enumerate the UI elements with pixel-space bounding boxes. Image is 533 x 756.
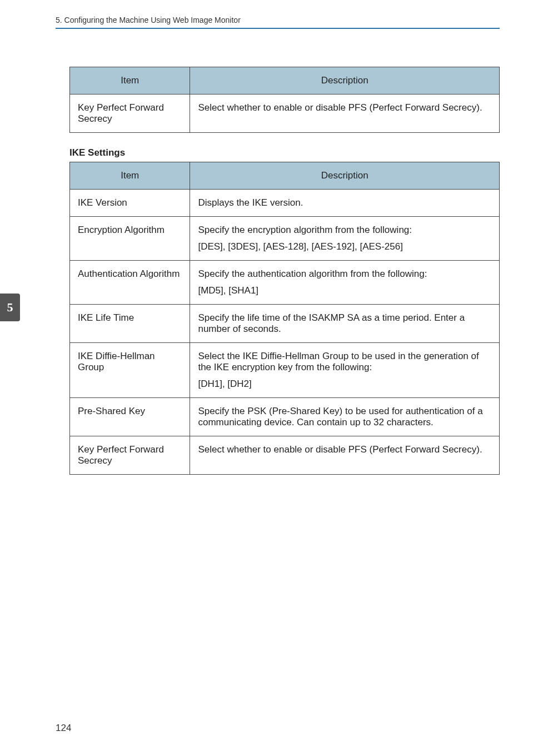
desc-line: Specify the PSK (Pre-Shared Key) to be u… <box>198 406 491 428</box>
table-row: Key Perfect Forward Secrecy Select wheth… <box>70 436 500 475</box>
cell-item: IKE Life Time <box>70 305 190 343</box>
cell-item: Pre-Shared Key <box>70 398 190 436</box>
cell-item: Authentication Algorithm <box>70 261 190 305</box>
desc-line: Select whether to enable or disable PFS … <box>198 444 491 455</box>
table-1-header-item: Item <box>70 67 190 94</box>
cell-desc: Specify the PSK (Pre-Shared Key) to be u… <box>190 398 500 436</box>
table-row: IKE Version Displays the IKE version. <box>70 190 500 217</box>
cell-item: IKE Diffie-Hellman Group <box>70 343 190 398</box>
table-2-header-item: Item <box>70 162 190 190</box>
cell-desc: Select whether to enable or disable PFS … <box>190 436 500 475</box>
cell-item: Key Perfect Forward Secrecy <box>70 94 190 133</box>
desc-line: Specify the authentication algorithm fro… <box>198 268 491 280</box>
table-2-header-desc: Description <box>190 162 500 190</box>
table-row: IKE Life Time Specify the life time of t… <box>70 305 500 343</box>
table-2: Item Description IKE Version Displays th… <box>69 162 500 475</box>
table-row: IKE Diffie-Hellman Group Select the IKE … <box>70 343 500 398</box>
desc-line: [DES], [3DES], [AES-128], [AES-192], [AE… <box>198 241 491 252</box>
section-title-ike: IKE Settings <box>69 147 500 158</box>
page-number: 124 <box>56 723 71 734</box>
cell-desc: Specify the life time of the ISAKMP SA a… <box>190 305 500 343</box>
table-1: Item Description Key Perfect Forward Sec… <box>69 67 500 133</box>
cell-item: IKE Version <box>70 190 190 217</box>
cell-item: Key Perfect Forward Secrecy <box>70 436 190 475</box>
table-row: Authentication Algorithm Specify the aut… <box>70 261 500 305</box>
cell-desc: Displays the IKE version. <box>190 190 500 217</box>
cell-desc: Select the IKE Diffie-Hellman Group to b… <box>190 343 500 398</box>
header-breadcrumb: 5. Configuring the Machine Using Web Ima… <box>56 16 241 24</box>
cell-desc: Select whether to enable or disable PFS … <box>190 94 500 133</box>
desc-line: Select the IKE Diffie-Hellman Group to b… <box>198 351 491 373</box>
desc-line: Specify the life time of the ISAKMP SA a… <box>198 312 491 335</box>
cell-desc: Specify the encryption algorithm from th… <box>190 217 500 261</box>
header-divider <box>56 28 500 29</box>
cell-item: Encryption Algorithm <box>70 217 190 261</box>
cell-desc: Specify the authentication algorithm fro… <box>190 261 500 305</box>
table-row: Key Perfect Forward Secrecy Select wheth… <box>70 94 500 133</box>
desc-line: Specify the encryption algorithm from th… <box>198 225 491 236</box>
table-1-header-desc: Description <box>190 67 500 94</box>
table-row: Pre-Shared Key Specify the PSK (Pre-Shar… <box>70 398 500 436</box>
desc-line: [MD5], [SHA1] <box>198 285 491 296</box>
chapter-tab: 5 <box>0 294 20 321</box>
desc-line: Displays the IKE version. <box>198 197 491 208</box>
page-content: Item Description Key Perfect Forward Sec… <box>69 67 500 475</box>
table-row: Encryption Algorithm Specify the encrypt… <box>70 217 500 261</box>
desc-line: [DH1], [DH2] <box>198 379 491 390</box>
